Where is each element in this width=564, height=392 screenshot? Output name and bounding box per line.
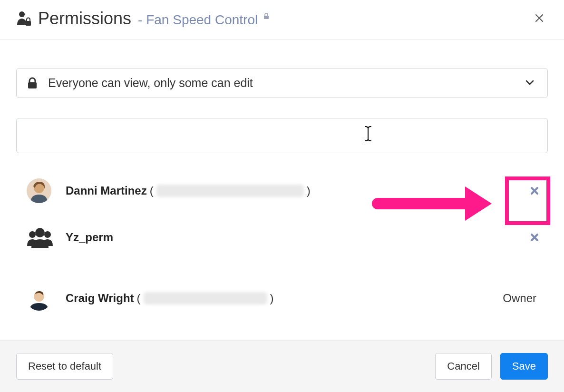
- user-row: Craig Wright ( ) Owner: [16, 275, 548, 322]
- save-button[interactable]: Save: [500, 353, 548, 380]
- permissions-icon: [16, 10, 31, 27]
- header-left: Permissions - Fan Speed Control: [16, 9, 269, 29]
- permission-level-label: Everyone can view, only some can edit: [48, 76, 253, 90]
- svg-point-7: [29, 231, 36, 238]
- user-info: Yz_perm: [66, 231, 529, 244]
- svg-rect-1: [26, 21, 31, 26]
- user-search-input[interactable]: [17, 118, 547, 153]
- reset-to-default-button[interactable]: Reset to default: [16, 353, 113, 380]
- group-icon: [27, 226, 53, 249]
- avatar: [27, 178, 51, 203]
- owner-label: Owner: [503, 292, 536, 305]
- page-subtitle: - Fan Speed Control: [138, 12, 269, 28]
- dialog-body: Everyone can view, only some can edit Da…: [0, 39, 564, 331]
- user-name: Yz_perm: [66, 231, 113, 244]
- avatar: [27, 286, 51, 311]
- user-info: Danni Martinez ( ): [66, 184, 529, 197]
- svg-point-8: [44, 231, 51, 238]
- close-icon[interactable]: [531, 10, 548, 27]
- user-row: Danni Martinez ( ): [16, 167, 548, 214]
- cancel-button[interactable]: Cancel: [435, 353, 491, 380]
- user-row: Yz_perm: [16, 214, 548, 261]
- user-list: Danni Martinez ( ): [16, 167, 548, 322]
- svg-point-6: [35, 228, 45, 237]
- remove-user-button[interactable]: [529, 232, 540, 243]
- user-name: Danni Martinez: [66, 184, 147, 197]
- redacted-email: [156, 185, 304, 197]
- user-info: Craig Wright ( ): [66, 292, 503, 305]
- dialog-footer: Reset to default Cancel Save: [0, 340, 564, 392]
- lock-icon: [27, 77, 38, 89]
- page-title: Permissions: [38, 9, 131, 29]
- dialog-header: Permissions - Fan Speed Control: [0, 0, 564, 39]
- svg-rect-3: [28, 82, 37, 88]
- user-search-container: [16, 118, 548, 153]
- svg-rect-2: [264, 16, 269, 19]
- user-name: Craig Wright: [66, 292, 134, 305]
- remove-user-button[interactable]: [529, 185, 540, 196]
- redacted-email: [144, 292, 267, 304]
- svg-point-0: [19, 11, 25, 17]
- permission-level-dropdown[interactable]: Everyone can view, only some can edit: [16, 68, 548, 98]
- lock-icon: [263, 13, 269, 21]
- chevron-down-icon: [525, 79, 534, 88]
